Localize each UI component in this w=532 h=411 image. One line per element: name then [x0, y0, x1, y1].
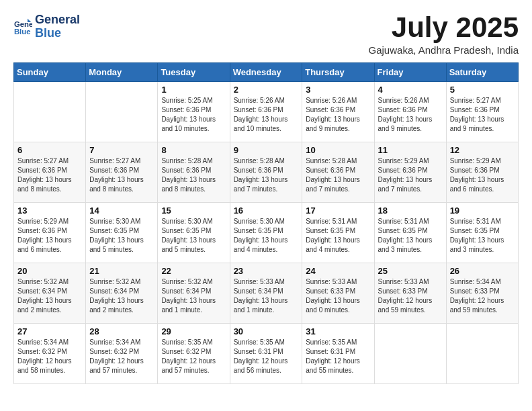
day-number: 20: [17, 266, 82, 276]
svg-text:Blue: Blue: [14, 27, 31, 35]
calendar-cell: 15Sunrise: 5:30 AM Sunset: 6:35 PM Dayli…: [158, 203, 230, 263]
day-info: Sunrise: 5:28 AM Sunset: 6:36 PM Dayligh…: [306, 156, 370, 194]
day-info: Sunrise: 5:28 AM Sunset: 6:36 PM Dayligh…: [234, 156, 299, 194]
day-number: 16: [234, 205, 299, 216]
calendar-cell: 7Sunrise: 5:27 AM Sunset: 6:36 PM Daylig…: [86, 142, 158, 203]
day-number: 18: [378, 205, 443, 216]
weekday-header-monday: Monday: [86, 63, 158, 82]
day-info: Sunrise: 5:35 AM Sunset: 6:31 PM Dayligh…: [306, 338, 370, 375]
day-info: Sunrise: 5:34 AM Sunset: 6:32 PM Dayligh…: [17, 338, 82, 375]
day-info: Sunrise: 5:27 AM Sunset: 6:36 PM Dayligh…: [17, 156, 82, 194]
day-number: 8: [161, 145, 226, 155]
day-info: Sunrise: 5:33 AM Sunset: 6:33 PM Dayligh…: [378, 277, 443, 315]
weekday-header-friday: Friday: [374, 63, 446, 82]
day-info: Sunrise: 5:29 AM Sunset: 6:36 PM Dayligh…: [378, 156, 443, 194]
day-info: Sunrise: 5:35 AM Sunset: 6:32 PM Dayligh…: [161, 338, 226, 375]
day-info: Sunrise: 5:32 AM Sunset: 6:34 PM Dayligh…: [89, 277, 154, 315]
calendar-week-1: 1Sunrise: 5:25 AM Sunset: 6:36 PM Daylig…: [14, 82, 519, 142]
day-info: Sunrise: 5:27 AM Sunset: 6:36 PM Dayligh…: [450, 96, 515, 134]
day-info: Sunrise: 5:34 AM Sunset: 6:33 PM Dayligh…: [450, 277, 515, 315]
day-info: Sunrise: 5:30 AM Sunset: 6:35 PM Dayligh…: [161, 217, 226, 255]
calendar-week-5: 27Sunrise: 5:34 AM Sunset: 6:32 PM Dayli…: [14, 324, 519, 384]
day-info: Sunrise: 5:31 AM Sunset: 6:35 PM Dayligh…: [378, 217, 443, 255]
day-number: 3: [306, 85, 370, 95]
calendar-cell: 12Sunrise: 5:29 AM Sunset: 6:36 PM Dayli…: [446, 142, 518, 203]
logo-blue: Blue: [35, 26, 61, 40]
day-info: Sunrise: 5:26 AM Sunset: 6:36 PM Dayligh…: [306, 96, 370, 134]
day-info: Sunrise: 5:29 AM Sunset: 6:36 PM Dayligh…: [450, 156, 515, 194]
calendar-cell: 11Sunrise: 5:29 AM Sunset: 6:36 PM Dayli…: [374, 142, 446, 203]
day-number: 26: [450, 266, 515, 276]
location: Gajuwaka, Andhra Pradesh, India: [369, 44, 519, 56]
calendar-cell: 27Sunrise: 5:34 AM Sunset: 6:32 PM Dayli…: [14, 324, 86, 384]
day-number: 30: [234, 326, 299, 336]
weekday-header-sunday: Sunday: [14, 63, 86, 82]
day-number: 5: [450, 85, 515, 95]
calendar-cell: 30Sunrise: 5:35 AM Sunset: 6:31 PM Dayli…: [230, 324, 302, 384]
day-number: 27: [17, 326, 82, 336]
calendar-cell: [446, 324, 518, 384]
logo-icon: General Blue: [13, 17, 32, 36]
weekday-header-saturday: Saturday: [446, 63, 518, 82]
header: General Blue General Blue July 2025 Gaju…: [13, 13, 519, 56]
day-number: 6: [17, 145, 82, 155]
day-number: 24: [306, 266, 370, 276]
day-number: 10: [306, 145, 370, 155]
calendar-cell: 13Sunrise: 5:29 AM Sunset: 6:36 PM Dayli…: [14, 203, 86, 263]
day-number: 19: [450, 205, 515, 216]
calendar-table: SundayMondayTuesdayWednesdayThursdayFrid…: [13, 62, 519, 384]
calendar-cell: 6Sunrise: 5:27 AM Sunset: 6:36 PM Daylig…: [14, 142, 86, 203]
day-info: Sunrise: 5:26 AM Sunset: 6:36 PM Dayligh…: [234, 96, 299, 134]
day-number: 14: [89, 205, 154, 216]
title-area: July 2025 Gajuwaka, Andhra Pradesh, Indi…: [369, 13, 519, 56]
calendar-cell: 8Sunrise: 5:28 AM Sunset: 6:36 PM Daylig…: [158, 142, 230, 203]
calendar-cell: 16Sunrise: 5:30 AM Sunset: 6:35 PM Dayli…: [230, 203, 302, 263]
day-number: 17: [306, 205, 370, 216]
calendar-cell: 3Sunrise: 5:26 AM Sunset: 6:36 PM Daylig…: [302, 82, 374, 142]
calendar-cell: 10Sunrise: 5:28 AM Sunset: 6:36 PM Dayli…: [302, 142, 374, 203]
day-info: Sunrise: 5:29 AM Sunset: 6:36 PM Dayligh…: [17, 217, 82, 255]
day-info: Sunrise: 5:33 AM Sunset: 6:34 PM Dayligh…: [234, 277, 299, 315]
weekday-header-row: SundayMondayTuesdayWednesdayThursdayFrid…: [14, 63, 519, 82]
day-info: Sunrise: 5:28 AM Sunset: 6:36 PM Dayligh…: [161, 156, 226, 194]
day-info: Sunrise: 5:33 AM Sunset: 6:33 PM Dayligh…: [306, 277, 370, 315]
calendar-cell: 17Sunrise: 5:31 AM Sunset: 6:35 PM Dayli…: [302, 203, 374, 263]
day-info: Sunrise: 5:26 AM Sunset: 6:36 PM Dayligh…: [378, 96, 443, 134]
weekday-header-wednesday: Wednesday: [230, 63, 302, 82]
calendar-cell: 14Sunrise: 5:30 AM Sunset: 6:35 PM Dayli…: [86, 203, 158, 263]
day-number: 28: [89, 326, 154, 336]
day-info: Sunrise: 5:32 AM Sunset: 6:34 PM Dayligh…: [161, 277, 226, 315]
day-number: 9: [234, 145, 299, 155]
weekday-header-tuesday: Tuesday: [158, 63, 230, 82]
day-number: 12: [450, 145, 515, 155]
day-number: 15: [161, 205, 226, 216]
calendar-week-2: 6Sunrise: 5:27 AM Sunset: 6:36 PM Daylig…: [14, 142, 519, 203]
day-number: 11: [378, 145, 443, 155]
calendar-week-4: 20Sunrise: 5:32 AM Sunset: 6:34 PM Dayli…: [14, 263, 519, 324]
day-info: Sunrise: 5:31 AM Sunset: 6:35 PM Dayligh…: [306, 217, 370, 255]
calendar-cell: 18Sunrise: 5:31 AM Sunset: 6:35 PM Dayli…: [374, 203, 446, 263]
day-number: 23: [234, 266, 299, 276]
day-number: 2: [234, 85, 299, 95]
calendar-cell: 24Sunrise: 5:33 AM Sunset: 6:33 PM Dayli…: [302, 263, 374, 324]
calendar-cell: 25Sunrise: 5:33 AM Sunset: 6:33 PM Dayli…: [374, 263, 446, 324]
calendar-cell: 22Sunrise: 5:32 AM Sunset: 6:34 PM Dayli…: [158, 263, 230, 324]
day-info: Sunrise: 5:32 AM Sunset: 6:34 PM Dayligh…: [17, 277, 82, 315]
calendar-cell: 31Sunrise: 5:35 AM Sunset: 6:31 PM Dayli…: [302, 324, 374, 384]
day-info: Sunrise: 5:27 AM Sunset: 6:36 PM Dayligh…: [89, 156, 154, 194]
calendar-cell: 28Sunrise: 5:34 AM Sunset: 6:32 PM Dayli…: [86, 324, 158, 384]
calendar-cell: 2Sunrise: 5:26 AM Sunset: 6:36 PM Daylig…: [230, 82, 302, 142]
day-info: Sunrise: 5:25 AM Sunset: 6:36 PM Dayligh…: [161, 96, 226, 134]
calendar-cell: [86, 82, 158, 142]
day-info: Sunrise: 5:31 AM Sunset: 6:35 PM Dayligh…: [450, 217, 515, 255]
day-number: 22: [161, 266, 226, 276]
day-number: 7: [89, 145, 154, 155]
calendar-cell: 26Sunrise: 5:34 AM Sunset: 6:33 PM Dayli…: [446, 263, 518, 324]
day-number: 25: [378, 266, 443, 276]
month-title: July 2025: [369, 13, 519, 42]
calendar-week-3: 13Sunrise: 5:29 AM Sunset: 6:36 PM Dayli…: [14, 203, 519, 263]
calendar-cell: 21Sunrise: 5:32 AM Sunset: 6:34 PM Dayli…: [86, 263, 158, 324]
day-number: 4: [378, 85, 443, 95]
calendar-cell: 20Sunrise: 5:32 AM Sunset: 6:34 PM Dayli…: [14, 263, 86, 324]
day-info: Sunrise: 5:30 AM Sunset: 6:35 PM Dayligh…: [234, 217, 299, 255]
